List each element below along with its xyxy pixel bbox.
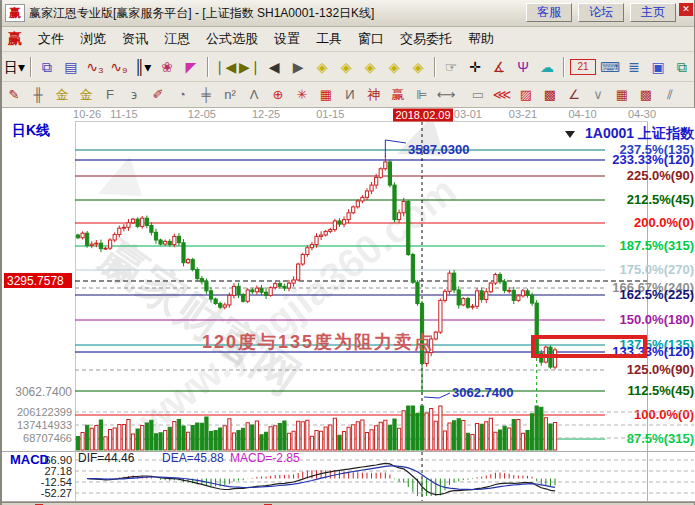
close-button[interactable]: ✕: [679, 3, 693, 16]
gann-pattern-icon[interactable]: ❀: [155, 56, 179, 78]
pan-hand-icon[interactable]: ☞: [439, 56, 463, 78]
menu-item-7[interactable]: 窗口: [350, 30, 392, 48]
gann-wheel-icon[interactable]: Ψ: [511, 56, 535, 78]
f-ruler-icon[interactable]: F: [98, 85, 122, 105]
volume-bar: [503, 426, 506, 450]
zoom-left-icon[interactable]: ◈: [310, 56, 334, 78]
candle-body: [118, 228, 121, 234]
draw-pencil2-icon[interactable]: ✐: [146, 85, 170, 105]
rect-select-icon[interactable]: ▭: [466, 85, 490, 105]
compass-icon[interactable]: ⊕: [266, 85, 290, 105]
volume-bar: [136, 429, 139, 450]
compress-bars-icon[interactable]: ◈: [382, 56, 406, 78]
calculator-icon[interactable]: ⌨: [598, 56, 622, 78]
menu-item-0[interactable]: 文件: [30, 30, 72, 48]
forum-button[interactable]: 论坛: [578, 3, 624, 22]
gold-grid2-icon[interactable]: 金: [74, 85, 98, 105]
prev-bar-icon[interactable]: ◀: [262, 56, 286, 78]
fan-lines-icon[interactable]: ⋘: [490, 85, 514, 105]
candle-body: [90, 244, 93, 245]
menu-item-3[interactable]: 江恩: [156, 30, 198, 48]
candle-style-selector[interactable]: ║▾: [131, 56, 155, 78]
volume-bar: [508, 428, 511, 450]
volume-bar: [466, 433, 469, 450]
home-button[interactable]: 主页: [630, 3, 676, 22]
export-icon[interactable]: ⧉: [670, 56, 694, 78]
menu-item-1[interactable]: 浏览: [72, 30, 114, 48]
menu-item-8[interactable]: 交易委托: [392, 30, 460, 48]
ruler-123-icon[interactable]: ⊫: [410, 85, 434, 105]
volume-bar: [274, 426, 277, 450]
bar-width-icon[interactable]: ⟷: [434, 85, 458, 105]
candle-body: [498, 275, 501, 282]
candle-body: [292, 280, 295, 283]
time-fence-icon[interactable]: ╫: [26, 85, 50, 105]
zoom-right-icon[interactable]: ◈: [334, 56, 358, 78]
chart-small3-icon[interactable]: ∿₃: [83, 56, 107, 78]
trend-angle-icon[interactable]: ∠: [562, 85, 586, 105]
spiral-icon[interactable]: ϶: [122, 85, 146, 105]
goto-first-icon[interactable]: ❘◀: [212, 56, 237, 78]
chart-small9-icon[interactable]: ∿₉: [107, 56, 131, 78]
color-chart-icon[interactable]: ◤: [179, 56, 203, 78]
volume-bar: [154, 434, 157, 450]
ying-tool-icon[interactable]: 赢: [386, 85, 410, 105]
quote-list-icon[interactable]: ☰: [690, 85, 694, 105]
a-line-icon[interactable]: Λ: [242, 85, 266, 105]
volume-bar: [498, 430, 501, 450]
star-burst-icon[interactable]: ✳: [290, 85, 314, 105]
volume-bar: [292, 431, 295, 450]
date-tick: 04-30: [628, 108, 656, 120]
gold-grid1-icon[interactable]: 金: [50, 85, 74, 105]
menu-item-4[interactable]: 公式选股: [198, 30, 266, 48]
grid-fence-icon[interactable]: ╪: [194, 85, 218, 105]
volume-bar: [439, 406, 442, 450]
window-overlay-icon[interactable]: ⧉: [35, 56, 59, 78]
wave-tool-icon[interactable]: И: [338, 85, 362, 105]
cloud-analysis-icon[interactable]: ☁: [535, 56, 559, 78]
crosshair-icon[interactable]: ✛: [463, 56, 487, 78]
goto-last-icon[interactable]: ▶❘: [237, 56, 262, 78]
next-bar-icon[interactable]: ▶: [286, 56, 310, 78]
parallel-lines-icon[interactable]: ⫽: [658, 85, 682, 105]
gann-box-icon[interactable]: ▨: [514, 85, 538, 105]
service-button[interactable]: 客服: [526, 3, 572, 22]
candle-body: [173, 236, 176, 244]
n-square-icon[interactable]: n²: [218, 85, 242, 105]
save-icon[interactable]: ▣: [646, 56, 670, 78]
candle-body: [150, 225, 153, 232]
volume-bar: [531, 414, 534, 450]
candle-body: [109, 240, 112, 248]
draw-pencil-icon[interactable]: ✎: [2, 85, 26, 105]
menu-item-5[interactable]: 设置: [266, 30, 308, 48]
candle-body: [411, 255, 414, 283]
shade-box-icon[interactable]: ▩: [538, 85, 562, 105]
volume-bar: [338, 435, 341, 450]
angle-measure-icon[interactable]: ∡: [487, 56, 511, 78]
menu-item-2[interactable]: 资讯: [114, 30, 156, 48]
candle-body: [260, 288, 263, 292]
time-dial-icon[interactable]: ◔: [170, 85, 194, 105]
volume-bar: [475, 424, 478, 451]
macd-scale-label: -52.27: [41, 487, 72, 499]
grid-arrow-icon[interactable]: ▩: [634, 85, 658, 105]
box-grid-icon[interactable]: ▦: [314, 85, 338, 105]
grid-small-icon[interactable]: ▦: [610, 85, 634, 105]
menu-item-9[interactable]: 帮助: [460, 30, 502, 48]
kline-chart[interactable]: 赢家财富网www.yingjia360.com237.5%(135)233.33…: [2, 108, 695, 502]
volume-bar: [205, 417, 208, 450]
calendar-icon[interactable]: 21: [570, 59, 596, 75]
notes-icon[interactable]: ≣: [622, 56, 646, 78]
shen-tool-icon[interactable]: 神: [362, 85, 386, 105]
candle-body: [439, 300, 442, 332]
info-panel-icon[interactable]: ▤: [59, 56, 83, 78]
resistance-note: 120度与135度为阻力卖点: [202, 332, 434, 352]
menu-item-6[interactable]: 工具: [308, 30, 350, 48]
volume-bar: [159, 433, 162, 450]
candle-body: [475, 291, 478, 306]
period-day-selector[interactable]: 日▾: [2, 56, 26, 78]
fit-screen-icon[interactable]: ◈: [406, 56, 430, 78]
v-line-icon[interactable]: ∨: [586, 85, 610, 105]
expand-bars-icon[interactable]: ◈: [358, 56, 382, 78]
window-title: 赢家江恩专业版[赢家服务平台] - [上证指数 SH1A0001-132日K线]: [29, 5, 374, 22]
